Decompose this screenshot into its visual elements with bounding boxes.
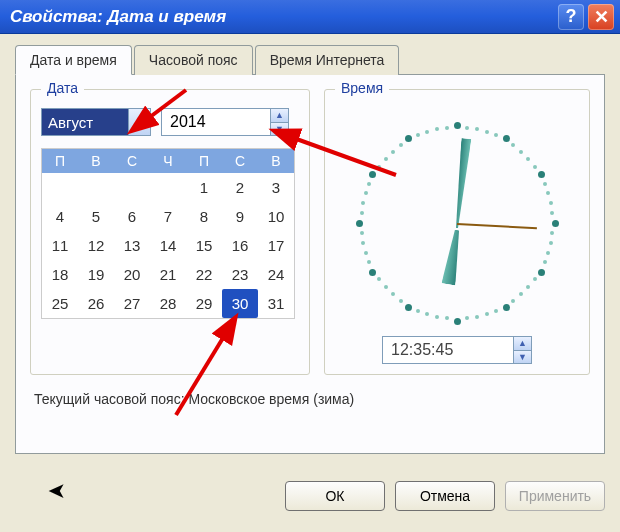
ok-button[interactable]: ОК	[285, 481, 385, 511]
clock-tick	[360, 211, 364, 215]
dialog-buttons: ОК Отмена Применить	[0, 469, 620, 511]
tab-internet-time[interactable]: Время Интернета	[255, 45, 400, 75]
clock-tick	[538, 171, 545, 178]
clock-tick	[367, 260, 371, 264]
calendar-day[interactable]: 18	[42, 260, 78, 289]
clock-tick	[533, 277, 537, 281]
clock-tick	[364, 251, 368, 255]
calendar-day[interactable]: 24	[258, 260, 294, 289]
calendar-day[interactable]: 28	[150, 289, 186, 318]
clock-tick	[369, 269, 376, 276]
calendar-day[interactable]: 16	[222, 231, 258, 260]
calendar-day[interactable]: 2	[222, 173, 258, 202]
clock-tick	[533, 165, 537, 169]
time-spinner[interactable]: 12:35:45 ▲ ▼	[382, 336, 532, 364]
weekday-label: П	[186, 149, 222, 173]
clock-tick	[519, 150, 523, 154]
calendar-day[interactable]: 8	[186, 202, 222, 231]
calendar-day[interactable]: 6	[114, 202, 150, 231]
tabpanel: Дата Август ▾ 2014 ▲ ▼	[15, 74, 605, 454]
clock-tick	[391, 150, 395, 154]
calendar-day	[42, 173, 78, 202]
year-value: 2014	[162, 109, 270, 135]
weekday-label: С	[114, 149, 150, 173]
calendar-day[interactable]: 5	[78, 202, 114, 231]
calendar-day[interactable]: 9	[222, 202, 258, 231]
calendar-day[interactable]: 30	[222, 289, 258, 318]
clock-tick	[435, 127, 439, 131]
calendar-day[interactable]: 1	[186, 173, 222, 202]
calendar-row: 18192021222324	[42, 260, 294, 289]
calendar-day[interactable]: 3	[258, 173, 294, 202]
calendar-day[interactable]: 12	[78, 231, 114, 260]
time-value: 12:35:45	[383, 337, 513, 363]
help-button[interactable]: ?	[558, 4, 584, 30]
year-up-button[interactable]: ▲	[271, 109, 288, 122]
clock-tick	[503, 135, 510, 142]
clock-tick	[511, 143, 515, 147]
calendar[interactable]: П В С Ч П С В 12345678910111213141516171…	[41, 148, 295, 319]
calendar-day[interactable]: 29	[186, 289, 222, 318]
clock-tick	[425, 312, 429, 316]
weekday-label: Ч	[150, 149, 186, 173]
clock-tick	[384, 157, 388, 161]
clock-tick	[361, 201, 365, 205]
clock-tick	[384, 285, 388, 289]
calendar-day[interactable]: 14	[150, 231, 186, 260]
weekday-label: В	[78, 149, 114, 173]
cancel-button[interactable]: Отмена	[395, 481, 495, 511]
calendar-day[interactable]: 25	[42, 289, 78, 318]
calendar-day[interactable]: 7	[150, 202, 186, 231]
clock-tick	[519, 292, 523, 296]
calendar-day[interactable]: 17	[258, 231, 294, 260]
calendar-day[interactable]: 26	[78, 289, 114, 318]
clock-tick	[475, 315, 479, 319]
year-down-button[interactable]: ▼	[271, 122, 288, 136]
clock-tick	[543, 182, 547, 186]
weekday-label: С	[222, 149, 258, 173]
time-down-button[interactable]: ▼	[514, 350, 531, 364]
titlebar: Свойства: Дата и время ? ✕	[0, 0, 620, 34]
clock-tick	[435, 315, 439, 319]
time-up-button[interactable]: ▲	[514, 337, 531, 350]
calendar-day[interactable]: 13	[114, 231, 150, 260]
clock-tick	[399, 299, 403, 303]
calendar-day[interactable]: 27	[114, 289, 150, 318]
clock-tick	[399, 143, 403, 147]
calendar-row: 123	[42, 173, 294, 202]
clock-tick	[425, 130, 429, 134]
clock-tick	[546, 251, 550, 255]
clock-tick	[361, 241, 365, 245]
calendar-day[interactable]: 22	[186, 260, 222, 289]
clock-tick	[454, 122, 461, 129]
calendar-day[interactable]: 4	[42, 202, 78, 231]
clock-tick	[364, 191, 368, 195]
calendar-day[interactable]: 31	[258, 289, 294, 318]
chevron-down-icon: ▾	[128, 109, 150, 135]
weekday-label: П	[42, 149, 78, 173]
calendar-day[interactable]: 15	[186, 231, 222, 260]
clock-tick	[377, 165, 381, 169]
tab-timezone[interactable]: Часовой пояс	[134, 45, 253, 75]
year-spinner[interactable]: 2014 ▲ ▼	[161, 108, 289, 136]
date-group: Дата Август ▾ 2014 ▲ ▼	[30, 89, 310, 375]
window-title: Свойства: Дата и время	[10, 7, 554, 27]
calendar-day[interactable]: 10	[258, 202, 294, 231]
content-area: Дата и время Часовой пояс Время Интернет…	[0, 34, 620, 469]
calendar-day[interactable]: 21	[150, 260, 186, 289]
clock-tick	[503, 304, 510, 311]
clock-tick	[475, 127, 479, 131]
clock-tick	[550, 211, 554, 215]
calendar-day[interactable]: 23	[222, 260, 258, 289]
clock-tick	[454, 318, 461, 325]
apply-button[interactable]: Применить	[505, 481, 605, 511]
clock-minute-hand	[452, 138, 471, 229]
month-select[interactable]: Август ▾	[41, 108, 151, 136]
close-button[interactable]: ✕	[588, 4, 614, 30]
calendar-day[interactable]: 19	[78, 260, 114, 289]
calendar-day[interactable]: 20	[114, 260, 150, 289]
calendar-day[interactable]: 11	[42, 231, 78, 260]
clock-tick	[445, 316, 449, 320]
clock-tick	[367, 182, 371, 186]
tab-date-time[interactable]: Дата и время	[15, 45, 132, 75]
